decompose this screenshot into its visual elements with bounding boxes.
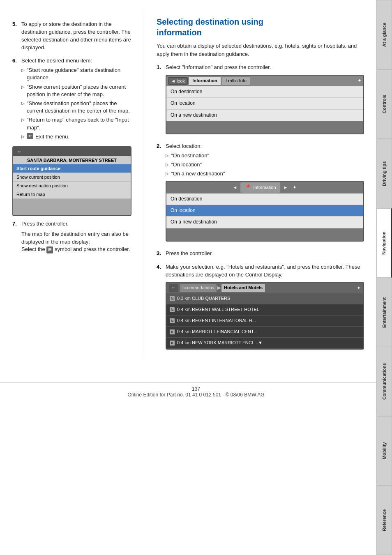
arrow-icon: ▷ xyxy=(21,84,25,90)
screen2-nav-center: 📍 Information xyxy=(240,182,280,192)
list-text-6: Select the desired menu item: xyxy=(21,57,131,65)
screen1-row-2[interactable]: On location xyxy=(166,98,363,109)
map-title-bar: SANTA BARBARA, MONTERREY STREET xyxy=(13,156,131,164)
hotel-label-1: 0.3 km CLUB QUARTERS xyxy=(177,295,230,302)
arrow-icon: ▷ xyxy=(166,171,169,177)
screen1-row-3[interactable]: On a new destination xyxy=(166,110,363,121)
list-item-7: 7. Press the controller. The map for the… xyxy=(12,220,131,255)
screen1-tab-traffic[interactable]: Traffic Info xyxy=(222,76,250,85)
hotels-breadcrumb: ccommodations ▶ Hotels and Motels xyxy=(180,284,265,292)
screen2-nav-right[interactable]: ► xyxy=(284,184,288,191)
sidebar-item-entertainment[interactable]: Entertainment xyxy=(376,278,392,347)
list-item: ▷"Show destination position" places the … xyxy=(21,100,131,115)
right-content-4: Make your selection, e.g. "Hotels and re… xyxy=(166,263,364,354)
right-content-1: Select "Information" and press the contr… xyxy=(166,64,364,138)
arrow-icon: ▷ xyxy=(21,101,25,106)
list-item-6: 6. Select the desired menu item: ▷"Start… xyxy=(12,57,131,142)
right-column: Selecting destination using information … xyxy=(157,8,364,358)
info-icon: 📍 xyxy=(244,183,251,191)
right-list-item-1: 1. Select "Information" and press the co… xyxy=(157,64,364,138)
arrow-icon: ▷ xyxy=(21,134,25,140)
crumb-arrow: ▶ xyxy=(217,285,221,291)
screen2-row-2[interactable]: On location xyxy=(166,205,363,216)
hotels-screen-mockup: ← ccommodations ▶ Hotels and Motels ✦ N xyxy=(166,282,364,350)
right-text-1: Select "Information" and press the contr… xyxy=(166,64,364,71)
screen1-row-1[interactable]: On destination xyxy=(166,86,363,98)
list-subtext-7: The map for the destination entry can al… xyxy=(21,230,131,254)
sidebar-item-communications[interactable]: Communications xyxy=(376,347,392,416)
hotel-icon: N xyxy=(170,318,175,323)
bullet-list-6: ▷"Start route guidance" starts destinati… xyxy=(21,67,131,140)
sidebar-item-mobility[interactable]: Mobility xyxy=(376,416,392,486)
screen2-row-1[interactable]: On destination xyxy=(166,193,363,205)
hotels-row-5[interactable]: K 0.4 km NEW YORK MARRIOTT FNCL...▼ xyxy=(166,338,363,349)
gear-icon: ✦ xyxy=(357,77,362,84)
list-num-6: 6. xyxy=(12,57,19,142)
sidebar-item-navigation[interactable]: Navigation xyxy=(376,208,392,278)
hotel-label-2: 0.4 km REGENT WALL STREET HOTEL xyxy=(177,306,259,313)
right-text-2: Select location: xyxy=(166,143,364,150)
sidebar-item-at-a-glance[interactable]: At a glance xyxy=(376,0,392,69)
screen-mockup-1: ◄ look Information Traffic Info ✦ On des… xyxy=(166,75,364,134)
sidebar-item-controls[interactable]: Controls xyxy=(376,69,392,139)
list-content-5: To apply or store the destination in the… xyxy=(21,21,131,53)
map-screen-header: ← xyxy=(13,147,131,156)
hotels-screen-body: N 0.3 km CLUB QUARTERS N 0.4 km REGENT W… xyxy=(166,293,363,349)
list-num-7: 7. xyxy=(12,220,19,255)
left-column: 5. To apply or store the destination in … xyxy=(12,8,131,358)
list-item: ▷"Start route guidance" starts destinati… xyxy=(21,67,131,81)
hotel-icon: K xyxy=(170,341,175,345)
hotels-row-4[interactable]: K 0.4 km MARRIOTT-FINANCIAL CENT... xyxy=(166,327,363,338)
hotels-row-3[interactable]: N 0.4 km REGENT INTERNATIONAL H... xyxy=(166,315,363,327)
screen2-footer xyxy=(166,228,363,241)
screen2-header: ◄ 📍 Information ► ✦ xyxy=(166,182,363,193)
screen1-header: ◄ look Information Traffic Info ✦ xyxy=(166,76,363,86)
screen1-back-btn[interactable]: ◄ look xyxy=(168,77,188,85)
crumb-accommodations[interactable]: ccommodations xyxy=(180,284,217,292)
map-screen-footer xyxy=(13,199,131,215)
hotels-back-btn[interactable]: ← xyxy=(169,284,178,292)
list-item: ▷"Return to map" changes back to the "In… xyxy=(21,116,131,131)
list-item-5: 5. To apply or store the destination in … xyxy=(12,21,131,53)
page-footer: 137 Online Edition for Part no. 01 41 0 … xyxy=(0,382,392,398)
right-content-3: Press the controller. xyxy=(166,250,364,259)
hotel-icon: N xyxy=(170,307,175,312)
section-heading: Selecting destination using information xyxy=(157,16,364,38)
screen2-row-3[interactable]: On a new destination xyxy=(166,216,363,228)
sidebar-item-reference[interactable]: Reference xyxy=(376,486,392,555)
map-menu-show-current[interactable]: Show current position xyxy=(13,173,131,182)
right-numbered-list: 1. Select "Information" and press the co… xyxy=(157,64,364,354)
hotels-row-2[interactable]: N 0.4 km REGENT WALL STREET HOTEL xyxy=(166,304,363,315)
list-text-7: Press the controller. xyxy=(21,220,131,228)
map-menu-return-to-map[interactable]: Return to map xyxy=(13,190,131,199)
arrow-icon: ▷ xyxy=(21,117,25,123)
right-num-1: 1. xyxy=(157,64,163,138)
section-intro: You can obtain a display of selected des… xyxy=(157,42,364,58)
map-menu-start-route[interactable]: Start route guidance xyxy=(13,164,131,173)
screen1-tab-information[interactable]: Information xyxy=(189,76,221,85)
list-item: ▷"On a new destination" xyxy=(166,170,364,177)
page-number: 137 xyxy=(192,386,200,392)
right-num-2: 2. xyxy=(157,143,163,246)
hotel-label-3: 0.4 km REGENT INTERNATIONAL H... xyxy=(177,318,256,324)
list-item: ▷"Show current position" places the curr… xyxy=(21,83,131,98)
map-menu-show-destination[interactable]: Show destination position xyxy=(13,182,131,190)
right-list-item-2: 2. Select location: ▷"On destination" ▷"… xyxy=(157,143,364,246)
map-back-btn[interactable]: ← xyxy=(16,148,22,155)
list-content-6: Select the desired menu item: ▷"Start ro… xyxy=(21,57,131,142)
screen2-center-label: Information xyxy=(253,184,276,191)
arrow-icon: ▷ xyxy=(166,153,169,159)
hotel-icon: N xyxy=(170,296,175,301)
side-tab-strip: At a glance Controls Driving tips Naviga… xyxy=(376,0,392,555)
map-screen-mockup: ← SANTA BARBARA, MONTERREY STREET Start … xyxy=(12,146,131,216)
exit-icon: ↩ xyxy=(27,133,33,139)
hotel-label-5: 0.4 km NEW YORK MARRIOTT FNCL...▼ xyxy=(177,340,263,346)
hotels-row-1[interactable]: N 0.3 km CLUB QUARTERS xyxy=(166,293,363,304)
right-text-3: Press the controller. xyxy=(166,250,364,258)
left-numbered-list: 5. To apply or store the destination in … xyxy=(12,21,131,142)
sidebar-item-driving-tips[interactable]: Driving tips xyxy=(376,139,392,208)
list-num-5: 5. xyxy=(12,21,19,53)
crumb-hotels-motels[interactable]: Hotels and Motels xyxy=(221,284,265,292)
screen2-nav-left[interactable]: ◄ xyxy=(233,184,238,191)
symbol-icon: ⊞ xyxy=(46,246,53,253)
